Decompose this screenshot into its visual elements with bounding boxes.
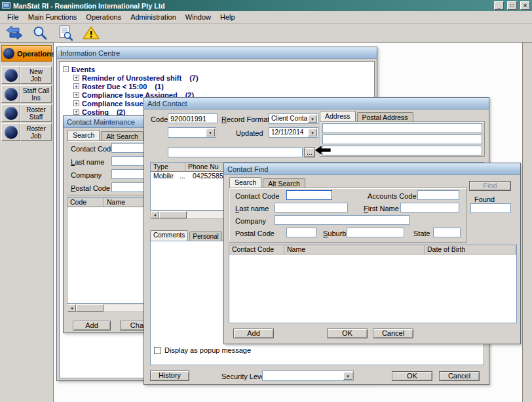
scroll-thumb[interactable] — [76, 304, 104, 312]
menu-main-functions[interactable]: Main Functions — [24, 12, 82, 22]
expand-icon[interactable]: + — [73, 75, 79, 81]
tab-comments[interactable]: Comments — [150, 230, 188, 241]
tree-label: Costing — [82, 108, 109, 116]
last-name-label: Last name — [71, 158, 104, 166]
category-select[interactable]: ▼ — [168, 127, 216, 138]
app-icon — [2, 2, 10, 9]
sidebar-item-label: Roster Job — [20, 123, 52, 141]
scroll-thumb[interactable] — [159, 211, 187, 218]
updated-date-picker[interactable]: 12/11/2014 ▼ — [269, 127, 318, 138]
menu-file[interactable]: File — [3, 12, 24, 22]
tab-personal[interactable]: Personal — [189, 231, 221, 241]
expand-icon[interactable]: + — [73, 100, 79, 106]
cf-results-list[interactable]: Contact Code Name Date of Birth — [229, 245, 517, 323]
contact-maintenance-title: Contact Maintenance — [67, 118, 135, 126]
expand-icon[interactable]: + — [73, 92, 79, 98]
sidebar-header-operations[interactable]: Operations — [1, 45, 52, 62]
close-button[interactable]: ✕ — [520, 1, 530, 10]
cf-cancel-button[interactable]: Cancel — [373, 329, 413, 338]
tab-alt-search[interactable]: Alt Search — [101, 131, 143, 140]
chevron-down-icon: ▼ — [343, 372, 352, 380]
sync-toolbar-button[interactable] — [5, 24, 24, 41]
tree-item-reminder-unrostered[interactable]: + Reminder of Unrostered shift (7) — [63, 73, 374, 82]
popup-message-label: Display as popup message — [164, 346, 251, 354]
cf-postal-code-input[interactable] — [286, 228, 316, 237]
address-line-3-input[interactable] — [322, 146, 482, 155]
tab-search[interactable]: Search — [229, 177, 261, 188]
search-toolbar-button[interactable] — [30, 24, 50, 41]
code-field[interactable] — [168, 113, 218, 123]
maximize-button[interactable]: □ — [507, 1, 517, 10]
record-format-select[interactable]: Client Contact ▼ — [269, 113, 318, 124]
cf-state-input[interactable] — [433, 228, 461, 237]
address-tabs: Address Postal Address — [320, 111, 415, 121]
cf-last-name-input[interactable] — [275, 203, 348, 212]
tab-address[interactable]: Address — [320, 111, 356, 121]
column-header-name[interactable]: Name — [284, 245, 425, 254]
mdi-area: Information Centre - Events + Reminder o… — [54, 43, 522, 402]
sidebar-item-roster-staff[interactable]: Roster Staff — [1, 104, 52, 122]
scroll-left-icon[interactable]: ◄ — [151, 211, 159, 218]
warning-toolbar-button[interactable] — [81, 24, 101, 41]
mouse-cursor — [314, 145, 332, 156]
cf-accounts-code-input[interactable] — [417, 190, 459, 200]
address-line-1-input[interactable] — [322, 123, 482, 133]
phone-type-cell: Mobile — [151, 172, 177, 180]
tab-alt-search[interactable]: Alt Search — [263, 178, 305, 188]
ac-cancel-button[interactable]: Cancel — [439, 371, 480, 381]
security-level-select[interactable]: ▼ — [262, 371, 354, 381]
cf-tabs: Search Alt Search — [229, 177, 307, 188]
collapse-icon[interactable]: - — [63, 66, 69, 72]
minimize-button[interactable]: _ — [494, 1, 504, 10]
menu-operations[interactable]: Operations — [81, 12, 126, 22]
main-titlebar[interactable]: ManStat RI - Reanimotion International P… — [0, 0, 532, 11]
cm-add-button[interactable]: Add — [73, 321, 111, 331]
sidebar-item-roster-job[interactable]: Roster Job — [1, 123, 52, 141]
accounts-code-label: Accounts Code — [368, 192, 417, 200]
cf-contact-code-input[interactable] — [286, 190, 332, 200]
postal-code-label: Postal Code — [71, 184, 110, 192]
find-button[interactable]: Find — [469, 181, 511, 191]
cf-first-name-input[interactable] — [400, 203, 459, 212]
cf-company-input[interactable] — [275, 215, 409, 225]
tree-count: (7) — [189, 74, 198, 82]
history-button[interactable]: History — [150, 371, 189, 381]
column-header-type[interactable]: Type — [151, 163, 185, 172]
found-count-field — [470, 203, 511, 213]
expand-icon[interactable]: + — [73, 109, 79, 115]
sidebar-item-staff-call-ins[interactable]: Staff Call Ins — [1, 85, 52, 103]
menu-administration[interactable]: Administration — [126, 12, 181, 22]
roster-staff-icon — [5, 107, 18, 120]
expand-icon[interactable]: + — [73, 83, 79, 89]
cf-add-button[interactable]: Add — [233, 329, 274, 338]
tree-label: Roster Due < 15:00 — [82, 83, 147, 90]
report-preview-toolbar-button[interactable] — [56, 24, 75, 41]
add-contact-titlebar[interactable]: Add Contact — [144, 98, 489, 110]
information-centre-titlebar[interactable]: Information Centre — [57, 47, 377, 59]
sidebar-item-new-job[interactable]: New Job — [1, 66, 52, 84]
menu-window[interactable]: Window — [181, 12, 216, 22]
ac-ok-button[interactable]: OK — [392, 371, 432, 381]
menu-help[interactable]: Help — [216, 12, 240, 22]
last-name-label: Last name — [235, 205, 269, 212]
linked-contact-input[interactable] — [168, 148, 303, 157]
address-line-2-input[interactable] — [322, 134, 482, 144]
tab-postal-address[interactable]: Postal Address — [357, 112, 413, 121]
tree-item-roster-due[interactable]: + Roster Due < 15:00 (1) — [63, 82, 374, 90]
column-header-code[interactable]: Code — [67, 198, 104, 207]
cf-ok-button[interactable]: OK — [327, 329, 368, 338]
contact-find-titlebar[interactable]: Contact Find — [224, 163, 520, 175]
tree-count: (2) — [117, 108, 125, 116]
cm-tabs: Search Alt Search — [67, 130, 145, 140]
tab-search[interactable]: Search — [67, 130, 100, 140]
popup-message-checkbox[interactable] — [154, 347, 161, 354]
operations-icon — [3, 48, 14, 59]
sidebar-item-label: New Job — [20, 66, 52, 84]
cf-suburb-input[interactable] — [347, 228, 404, 237]
tree-label: Reminder of Unrostered shift — [82, 74, 181, 82]
tree-item-events[interactable]: - Events — [63, 65, 374, 73]
column-header-contact-code[interactable]: Contact Code — [229, 245, 284, 254]
column-header-date-of-birth[interactable]: Date of Birth — [425, 245, 516, 254]
scroll-left-icon[interactable]: ◄ — [67, 304, 76, 312]
phone-ellipsis-cell: ... — [177, 172, 190, 180]
